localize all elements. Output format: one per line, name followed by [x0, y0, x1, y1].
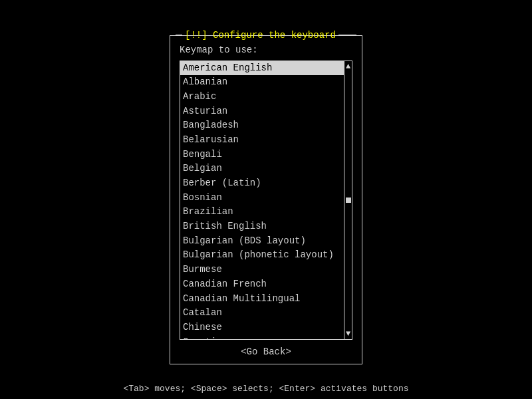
- list-item[interactable]: Bulgarian (BDS layout): [180, 234, 344, 249]
- list-item[interactable]: Catalan: [180, 306, 344, 321]
- list-item[interactable]: Albanian: [180, 75, 344, 90]
- list-item[interactable]: Asturian: [180, 104, 344, 119]
- status-bar: <Tab> moves; <Space> selects; <Enter> ac…: [0, 384, 532, 394]
- keymap-list[interactable]: American EnglishAlbanianArabicAsturianBa…: [180, 61, 344, 339]
- list-item[interactable]: Canadian Multilingual: [180, 292, 344, 307]
- list-item[interactable]: British English: [180, 219, 344, 234]
- keymap-label: Keymap to use:: [180, 45, 352, 55]
- list-item[interactable]: Bengali: [180, 148, 344, 162]
- list-item[interactable]: Bulgarian (phonetic layout): [180, 248, 344, 263]
- list-item[interactable]: Brazilian: [180, 205, 344, 219]
- dialog-content: Keymap to use: American EnglishAlbanianA…: [170, 45, 362, 357]
- scroll-up-arrow[interactable]: ▲: [346, 63, 350, 70]
- list-item[interactable]: Berber (Latin): [180, 176, 344, 191]
- scroll-down-arrow[interactable]: ▼: [346, 330, 350, 338]
- list-item[interactable]: Croatian: [180, 335, 344, 339]
- list-item[interactable]: Burmese: [180, 263, 344, 277]
- list-item[interactable]: Belarusian: [180, 133, 344, 148]
- list-item[interactable]: Chinese: [180, 321, 344, 335]
- list-item[interactable]: Arabic: [180, 90, 344, 104]
- list-item[interactable]: Bangladesh: [180, 118, 344, 133]
- scroll-thumb[interactable]: [346, 198, 351, 203]
- list-item[interactable]: Belgian: [180, 162, 344, 176]
- screen: [!!] Configure the keyboard Keymap to us…: [0, 0, 532, 399]
- go-back-button[interactable]: <Go Back>: [180, 346, 352, 357]
- dialog-title: [!!] Configure the keyboard: [182, 30, 338, 41]
- list-container: American EnglishAlbanianArabicAsturianBa…: [180, 61, 352, 340]
- list-item[interactable]: Bosnian: [180, 191, 344, 205]
- list-item[interactable]: Canadian French: [180, 277, 344, 292]
- scrollbar[interactable]: ▲ ▼: [344, 61, 352, 339]
- dialog: [!!] Configure the keyboard Keymap to us…: [170, 35, 362, 364]
- list-item[interactable]: American English: [180, 61, 344, 76]
